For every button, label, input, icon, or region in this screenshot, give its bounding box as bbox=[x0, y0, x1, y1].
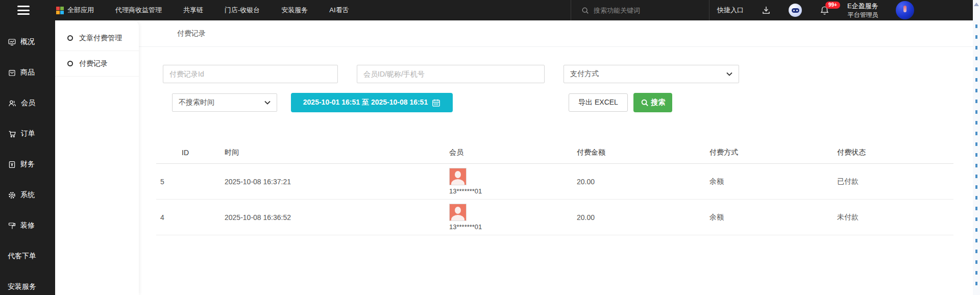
dashboard-icon bbox=[8, 38, 16, 46]
nav-label: 全部应用 bbox=[67, 6, 94, 15]
nav-all-apps[interactable]: 全部应用 bbox=[56, 6, 94, 15]
global-search[interactable] bbox=[571, 0, 709, 20]
account-name: E企盈服务 bbox=[847, 2, 878, 11]
submenu-item-label: 付费记录 bbox=[79, 59, 108, 68]
chevron-down-icon bbox=[264, 101, 271, 105]
system-gear-icon bbox=[8, 191, 16, 200]
member-avatar-icon[interactable] bbox=[449, 204, 467, 221]
calendar-icon bbox=[432, 99, 440, 107]
scroll-up-arrow-icon[interactable] bbox=[974, 3, 979, 6]
search-button[interactable]: 搜索 bbox=[633, 93, 672, 112]
sidebar-item-orders[interactable]: 订单 bbox=[0, 118, 55, 149]
cell-id: 5 bbox=[156, 164, 214, 200]
hamburger-menu-icon[interactable] bbox=[17, 6, 30, 15]
column-header-amount: 付费金额 bbox=[567, 144, 699, 164]
secondary-sidebar: 文章付费管理 付费记录 bbox=[55, 20, 139, 295]
sidebar-item-label: 概况 bbox=[20, 37, 35, 46]
payment-records-table: ID 时间 会员 付费金额 付费方式 付费状态 5 2025-10-08 16:… bbox=[156, 144, 953, 235]
sidebar-item-decorate[interactable]: 装修 bbox=[0, 210, 55, 241]
notifications-bell-icon[interactable]: 99+ bbox=[819, 5, 830, 16]
cell-id: 4 bbox=[156, 200, 214, 235]
filter-panel: 支付方式 不搜索时间 2025-10-01 16:51 至 2025-10-08… bbox=[139, 47, 973, 112]
nav-label: 代理商收益管理 bbox=[115, 6, 162, 15]
nav-ai-tongue[interactable]: AI看舌 bbox=[329, 6, 349, 15]
sidebar-item-label: 安装服务 bbox=[8, 282, 36, 291]
download-icon[interactable] bbox=[761, 5, 771, 15]
sidebar-item-finance[interactable]: 财务 bbox=[0, 149, 55, 180]
nav-store-cashier[interactable]: 门店-收银台 bbox=[225, 6, 260, 15]
topbar-right-cluster: 快捷入口 99+ E企盈服务 平台管理员 bbox=[717, 0, 914, 20]
order-icon bbox=[8, 130, 17, 138]
global-search-input[interactable] bbox=[594, 7, 691, 14]
sidebar-item-members[interactable]: 会员 bbox=[0, 88, 55, 118]
filter-row-2: 不搜索时间 2025-10-01 16:51 至 2025-10-08 16:5… bbox=[163, 93, 973, 112]
search-icon bbox=[581, 7, 589, 14]
submenu-item-payment-records[interactable]: 付费记录 bbox=[55, 51, 139, 77]
member-icon bbox=[8, 99, 17, 108]
product-icon bbox=[8, 68, 16, 77]
search-icon bbox=[641, 99, 649, 107]
sidebar-item-overview[interactable]: 概况 bbox=[0, 27, 55, 57]
filter-row-1: 支付方式 bbox=[163, 65, 973, 83]
submenu-item-label: 文章付费管理 bbox=[79, 34, 122, 43]
export-excel-label: 导出 EXCEL bbox=[578, 98, 618, 106]
nav-label: AI看舌 bbox=[329, 6, 349, 15]
main-content: 付费记录 支付方式 不搜索时间 2025-10-01 16:51 至 2025-… bbox=[139, 20, 973, 295]
nav-agent-revenue[interactable]: 代理商收益管理 bbox=[115, 6, 162, 15]
member-search-input[interactable] bbox=[357, 65, 545, 83]
nav-label: 门店-收银台 bbox=[225, 6, 260, 15]
finance-icon bbox=[8, 160, 16, 169]
pay-method-selected-value: 支付方式 bbox=[570, 69, 599, 79]
sidebar-item-label: 装修 bbox=[20, 221, 35, 230]
cell-status: 未付款 bbox=[827, 200, 953, 235]
user-avatar[interactable] bbox=[896, 1, 914, 19]
cell-method: 余额 bbox=[699, 164, 827, 200]
date-range-value: 2025-10-01 16:51 至 2025-10-08 16:51 bbox=[303, 98, 428, 107]
sidebar-item-label: 商品 bbox=[20, 68, 35, 77]
table-row: 4 2025-10-08 16:36:52 13*******01 20.00 … bbox=[156, 200, 953, 235]
account-info[interactable]: E企盈服务 平台管理员 bbox=[847, 2, 878, 19]
quick-entry-link[interactable]: 快捷入口 bbox=[717, 6, 744, 15]
column-header-id: ID bbox=[156, 144, 214, 164]
ai-assistant-robot-icon[interactable] bbox=[789, 4, 802, 17]
member-phone: 13*******01 bbox=[449, 223, 482, 231]
column-header-status: 付费状态 bbox=[827, 144, 953, 164]
app-window: 全部应用 代理商收益管理 共享链 门店-收银台 安装服务 AI看舌 快捷入口 bbox=[0, 0, 980, 295]
cell-amount: 20.00 bbox=[567, 200, 699, 235]
table-header-row: ID 时间 会员 付费金额 付费方式 付费状态 bbox=[156, 144, 953, 164]
topbar: 全部应用 代理商收益管理 共享链 门店-收银台 安装服务 AI看舌 快捷入口 bbox=[0, 0, 980, 20]
nav-share-chain[interactable]: 共享链 bbox=[183, 6, 203, 15]
breadcrumb: 付费记录 bbox=[139, 20, 973, 47]
member-phone: 13*******01 bbox=[449, 187, 482, 195]
paint-roller-icon bbox=[8, 222, 16, 230]
page-scrollbar[interactable] bbox=[973, 0, 980, 295]
top-navigation: 全部应用 代理商收益管理 共享链 门店-收银台 安装服务 AI看舌 bbox=[56, 6, 349, 15]
sidebar-item-system[interactable]: 系统 bbox=[0, 180, 55, 210]
sidebar-item-install-service[interactable]: 安装服务 bbox=[0, 272, 55, 295]
nav-install-service[interactable]: 安装服务 bbox=[281, 6, 308, 15]
account-role: 平台管理员 bbox=[847, 11, 878, 19]
primary-sidebar: 概况 商品 会员 订单 财务 bbox=[0, 20, 55, 295]
member-avatar-icon[interactable] bbox=[449, 168, 467, 185]
submenu-item-article-pay-management[interactable]: 文章付费管理 bbox=[55, 26, 139, 51]
sidebar-item-label: 系统 bbox=[20, 190, 35, 200]
radio-circle-icon bbox=[67, 61, 73, 66]
nav-label: 安装服务 bbox=[281, 6, 308, 15]
sidebar-item-valet-order[interactable]: 代客下单 bbox=[0, 241, 55, 272]
export-excel-button[interactable]: 导出 EXCEL bbox=[569, 93, 628, 112]
sidebar-item-label: 代客下单 bbox=[8, 252, 36, 261]
search-button-label: 搜索 bbox=[651, 98, 666, 107]
notification-count-badge: 99+ bbox=[825, 2, 840, 9]
chevron-down-icon bbox=[726, 72, 732, 76]
radio-circle-icon bbox=[67, 35, 73, 41]
date-range-button[interactable]: 2025-10-01 16:51 至 2025-10-08 16:51 bbox=[291, 93, 453, 112]
time-mode-selected-value: 不搜索时间 bbox=[179, 98, 214, 107]
pay-method-select[interactable]: 支付方式 bbox=[564, 65, 739, 83]
sidebar-item-products[interactable]: 商品 bbox=[0, 57, 55, 88]
sidebar-item-label: 会员 bbox=[21, 99, 35, 108]
record-id-input[interactable] bbox=[163, 65, 338, 83]
column-header-member: 会员 bbox=[439, 144, 567, 164]
cell-amount: 20.00 bbox=[567, 164, 699, 200]
sidebar-item-label: 财务 bbox=[20, 160, 35, 169]
time-mode-select[interactable]: 不搜索时间 bbox=[172, 93, 277, 112]
